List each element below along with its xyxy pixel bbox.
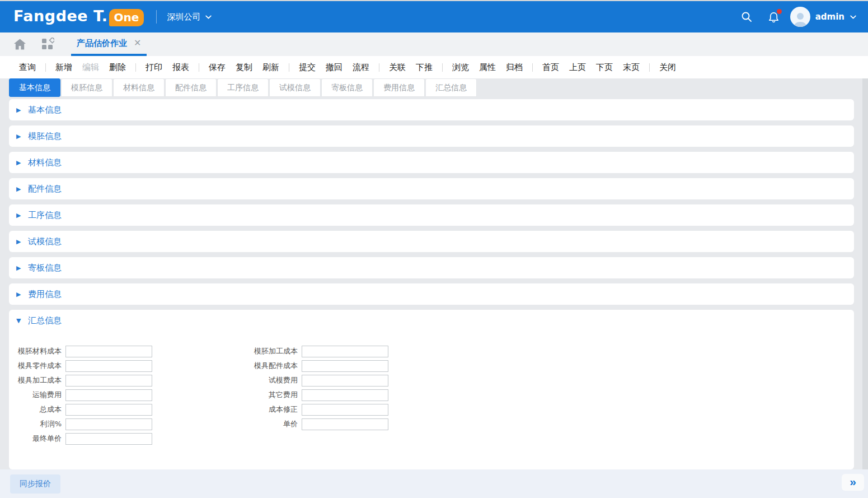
input-other-fee[interactable] <box>302 389 388 401</box>
section-title: 配件信息 <box>28 184 62 194</box>
section-parts-info: ▶ 配件信息 <box>9 178 854 199</box>
input-mold-base-material-cost[interactable] <box>65 346 152 357</box>
company-name: 深圳公司 <box>167 12 200 22</box>
field-label: 成本修正 <box>248 404 298 415</box>
field-label: 模具配件成本 <box>248 361 298 371</box>
section-header[interactable]: ▶ 配件信息 <box>9 178 854 199</box>
input-mold-base-processing-cost[interactable] <box>302 346 388 357</box>
section-title: 试模信息 <box>28 236 62 247</box>
toolbar-submit[interactable]: 提交 <box>299 62 316 73</box>
field-label: 模具加工成本 <box>12 375 62 385</box>
form-row: 模具加工成本 <box>12 375 152 386</box>
input-trial-mold-fee[interactable] <box>302 375 388 387</box>
input-shipping-fee[interactable] <box>65 389 152 401</box>
section-header[interactable]: ▶ 模胚信息 <box>9 125 854 147</box>
toolbar-separator <box>532 63 533 72</box>
toolbar-properties[interactable]: 属性 <box>479 62 496 73</box>
vertical-scrollbar[interactable] <box>862 78 868 469</box>
caret-right-icon: ▶ <box>16 212 23 219</box>
tab-parts-info[interactable]: 配件信息 <box>165 78 217 97</box>
apps-menu-button[interactable] <box>41 38 54 51</box>
section-header[interactable]: ▶ 基本信息 <box>9 99 854 120</box>
section-header[interactable]: ▶ 费用信息 <box>9 283 854 305</box>
field-label: 模胚材料成本 <box>12 346 62 356</box>
tab-send-board-info[interactable]: 寄板信息 <box>321 78 373 97</box>
toolbar-workflow[interactable]: 流程 <box>353 62 369 73</box>
tab-trial-mold-info[interactable]: 试模信息 <box>269 78 321 97</box>
toolbar-relate[interactable]: 关联 <box>389 62 406 73</box>
toolbar-save[interactable]: 保存 <box>209 62 226 73</box>
toolbar-next-page[interactable]: 下页 <box>596 62 613 73</box>
tab-fee-info[interactable]: 费用信息 <box>373 78 425 97</box>
section-header[interactable]: ▶ 工序信息 <box>9 204 854 226</box>
toolbar-refresh[interactable]: 刷新 <box>262 62 279 73</box>
input-cost-adjustment[interactable] <box>302 404 388 416</box>
section-header[interactable]: ▼ 汇总信息 <box>9 310 854 331</box>
form-row: 其它费用 <box>248 389 388 401</box>
summary-form-right-column: 模胚加工成本 模具配件成本 试模费用 其它费用 成本修正 <box>248 346 388 448</box>
search-button[interactable] <box>740 11 753 23</box>
expand-more-button[interactable]: » <box>842 474 864 491</box>
home-button[interactable] <box>13 38 26 50</box>
form-row: 单价 <box>248 418 388 430</box>
header-actions: admin <box>740 7 857 27</box>
section-process-info: ▶ 工序信息 <box>9 204 854 226</box>
section-title: 模胚信息 <box>28 131 62 142</box>
page-tab-bar: 产品估价作业 ✕ <box>0 32 868 56</box>
chevron-down-icon <box>205 13 212 21</box>
toolbar-separator <box>379 63 379 72</box>
section-fee-info: ▶ 费用信息 <box>9 283 854 305</box>
notification-dot <box>777 9 782 14</box>
section-header[interactable]: ▶ 试模信息 <box>9 231 854 252</box>
tab-material-info[interactable]: 材料信息 <box>113 78 165 97</box>
input-mold-processing-cost[interactable] <box>65 375 152 387</box>
tab-summary-info[interactable]: 汇总信息 <box>425 78 477 97</box>
close-icon[interactable]: ✕ <box>134 39 141 48</box>
page-tab-title: 产品估价作业 <box>77 38 127 49</box>
summary-form-left-column: 模胚材料成本 模具零件成本 模具加工成本 运输费用 总成本 <box>12 346 152 448</box>
input-mold-part-cost[interactable] <box>65 360 152 372</box>
toolbar-prev-page[interactable]: 上页 <box>569 62 586 73</box>
toolbar-withdraw[interactable]: 撤回 <box>326 62 342 73</box>
section-header[interactable]: ▶ 寄板信息 <box>9 257 854 278</box>
company-selector[interactable]: 深圳公司 <box>167 12 212 22</box>
username: admin <box>815 12 844 22</box>
toolbar-copy[interactable]: 复制 <box>236 62 252 73</box>
input-total-cost[interactable] <box>65 404 152 416</box>
caret-right-icon: ▶ <box>16 185 23 193</box>
sync-quote-button[interactable]: 同步报价 <box>10 474 60 494</box>
home-icon <box>13 38 26 50</box>
caret-down-icon: ▼ <box>16 317 23 324</box>
open-page-tab[interactable]: 产品估价作业 ✕ <box>71 32 147 56</box>
toolbar-delete[interactable]: 删除 <box>109 62 126 73</box>
toolbar-query[interactable]: 查询 <box>19 62 36 73</box>
field-label: 最终单价 <box>12 434 62 444</box>
detail-tab-strip: 基本信息 模胚信息 材料信息 配件信息 工序信息 试模信息 寄板信息 费用信息 … <box>0 78 868 99</box>
toolbar-close[interactable]: 关闭 <box>659 62 676 73</box>
section-header[interactable]: ▶ 材料信息 <box>9 152 854 173</box>
input-profit-percent[interactable] <box>65 418 152 430</box>
toolbar-first-page[interactable]: 首页 <box>542 62 559 73</box>
toolbar-report[interactable]: 报表 <box>172 62 189 73</box>
toolbar-browse[interactable]: 浏览 <box>452 62 469 73</box>
input-final-unit-price[interactable] <box>65 433 152 445</box>
toolbar-separator <box>135 63 136 72</box>
brand-badge: One <box>109 9 144 26</box>
toolbar-add[interactable]: 新增 <box>55 62 72 73</box>
tab-process-info[interactable]: 工序信息 <box>217 78 269 97</box>
toolbar-separator <box>649 63 650 72</box>
tab-mold-base-info[interactable]: 模胚信息 <box>61 78 112 97</box>
input-mold-accessory-cost[interactable] <box>302 360 388 372</box>
input-unit-price[interactable] <box>302 418 388 430</box>
field-label: 总成本 <box>12 404 62 415</box>
section-title: 材料信息 <box>28 157 62 168</box>
caret-right-icon: ▶ <box>16 106 23 114</box>
toolbar-push-down[interactable]: 下推 <box>416 62 433 73</box>
toolbar-archive[interactable]: 归档 <box>506 62 523 73</box>
form-row: 运输费用 <box>12 389 152 401</box>
toolbar-last-page[interactable]: 末页 <box>623 62 640 73</box>
user-menu[interactable]: admin <box>790 7 857 27</box>
toolbar-print[interactable]: 打印 <box>146 62 162 73</box>
tab-basic-info[interactable]: 基本信息 <box>9 78 60 97</box>
notifications-button[interactable] <box>767 11 780 24</box>
